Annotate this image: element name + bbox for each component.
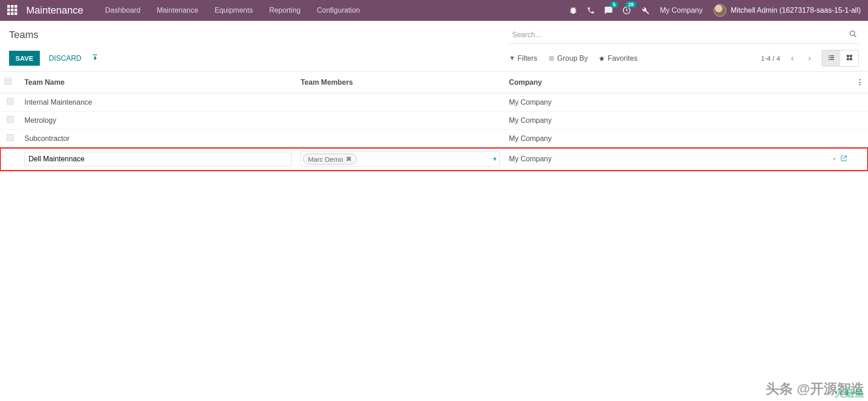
discard-button[interactable]: DISCARD bbox=[45, 52, 85, 65]
cell-members[interactable] bbox=[296, 130, 504, 148]
nav-reporting[interactable]: Reporting bbox=[261, 2, 308, 19]
dropdown-caret-icon[interactable]: ▼ bbox=[492, 156, 498, 162]
nav-menu: Dashboard Maintenance Equipments Reporti… bbox=[97, 2, 368, 19]
columns-menu-icon[interactable]: ⋮ bbox=[852, 72, 868, 93]
nav-right: 5 28 My Company Mitchell Admin (16273178… bbox=[569, 4, 861, 17]
phone-icon[interactable] bbox=[587, 6, 595, 14]
messages-icon[interactable]: 5 bbox=[604, 6, 613, 15]
member-tag[interactable]: Marc Demo ✖ bbox=[303, 154, 357, 164]
kanban-view-icon[interactable] bbox=[840, 50, 858, 66]
nav-maintenance[interactable]: Maintenance bbox=[149, 2, 206, 19]
cell-name[interactable]: Subcontractor bbox=[20, 130, 296, 148]
team-members-input[interactable]: Marc Demo ✖ ▼ bbox=[301, 151, 500, 167]
nav-equipments[interactable]: Equipments bbox=[206, 2, 261, 19]
table-row[interactable]: Subcontractor My Company bbox=[0, 130, 868, 148]
cell-name[interactable]: Internal Maintenance bbox=[20, 93, 296, 111]
table-row[interactable]: Internal Maintenance My Company bbox=[0, 93, 868, 111]
search-bar bbox=[509, 26, 859, 43]
company-selector[interactable]: My Company bbox=[658, 6, 705, 14]
control-panel: Teams SAVE DISCARD Filters Group By Fa bbox=[0, 21, 868, 72]
nav-dashboard[interactable]: Dashboard bbox=[97, 2, 149, 19]
groupby-button[interactable]: Group By bbox=[548, 54, 588, 63]
tools-icon[interactable] bbox=[640, 6, 649, 15]
save-button[interactable]: SAVE bbox=[9, 51, 40, 66]
cell-company[interactable]: My Company bbox=[504, 93, 852, 111]
export-icon[interactable] bbox=[91, 54, 99, 63]
table-row[interactable]: Metrology My Company bbox=[0, 111, 868, 130]
filters-button[interactable]: Filters bbox=[509, 54, 537, 63]
team-name-input[interactable] bbox=[24, 152, 292, 166]
filters-label: Filters bbox=[518, 54, 537, 63]
search-icon[interactable] bbox=[849, 30, 857, 40]
activities-icon[interactable]: 28 bbox=[622, 6, 631, 15]
company-value[interactable]: My Company bbox=[509, 155, 828, 163]
col-header-members[interactable]: Team Members bbox=[296, 72, 504, 93]
app-title[interactable]: Maintenance bbox=[26, 5, 83, 16]
table-row-editing[interactable]: Marc Demo ✖ ▼ My Company ▼ bbox=[0, 148, 868, 171]
cell-members[interactable] bbox=[296, 93, 504, 111]
list-view-icon[interactable] bbox=[822, 50, 840, 66]
activities-badge: 28 bbox=[625, 1, 636, 8]
messages-badge: 5 bbox=[610, 1, 618, 8]
cell-name[interactable]: Metrology bbox=[20, 111, 296, 130]
watermark-sub: 火鲢鱼 bbox=[834, 387, 864, 400]
company-dropdown-icon[interactable]: ▼ bbox=[832, 156, 837, 162]
member-tag-label: Marc Demo bbox=[308, 155, 343, 163]
teams-table: Team Name Team Members Company ⋮ Interna… bbox=[0, 72, 868, 171]
watermark: 头条 @开源智造 bbox=[766, 380, 864, 398]
favorites-label: Favorites bbox=[608, 54, 638, 63]
groupby-label: Group By bbox=[557, 54, 588, 63]
view-switcher bbox=[822, 50, 859, 67]
select-all-checkbox[interactable] bbox=[5, 78, 11, 85]
bug-icon[interactable] bbox=[569, 6, 578, 15]
favorites-button[interactable]: Favorites bbox=[599, 54, 638, 63]
pager-next-icon[interactable]: › bbox=[805, 52, 815, 65]
search-input[interactable] bbox=[509, 26, 859, 43]
row-checkbox[interactable] bbox=[7, 134, 14, 141]
external-link-icon[interactable] bbox=[840, 155, 847, 163]
remove-tag-icon[interactable]: ✖ bbox=[346, 155, 352, 163]
col-header-name[interactable]: Team Name bbox=[20, 72, 296, 93]
row-checkbox[interactable] bbox=[7, 98, 14, 105]
row-checkbox[interactable] bbox=[7, 116, 14, 123]
top-navbar: Maintenance Dashboard Maintenance Equipm… bbox=[0, 0, 868, 21]
col-header-company[interactable]: Company bbox=[504, 72, 852, 93]
user-menu[interactable]: Mitchell Admin (16273178-saas-15-1-all) bbox=[731, 6, 861, 14]
apps-icon[interactable] bbox=[7, 5, 18, 16]
cell-company[interactable]: My Company bbox=[504, 111, 852, 130]
cell-members[interactable] bbox=[296, 111, 504, 130]
pager-prev-icon[interactable]: ‹ bbox=[787, 52, 797, 65]
page-title: Teams bbox=[9, 29, 38, 41]
user-avatar[interactable] bbox=[714, 4, 726, 17]
pager-text[interactable]: 1-4 / 4 bbox=[761, 54, 780, 62]
cell-company[interactable]: My Company bbox=[504, 130, 852, 148]
nav-configuration[interactable]: Configuration bbox=[309, 2, 368, 19]
svg-point-1 bbox=[850, 31, 855, 36]
